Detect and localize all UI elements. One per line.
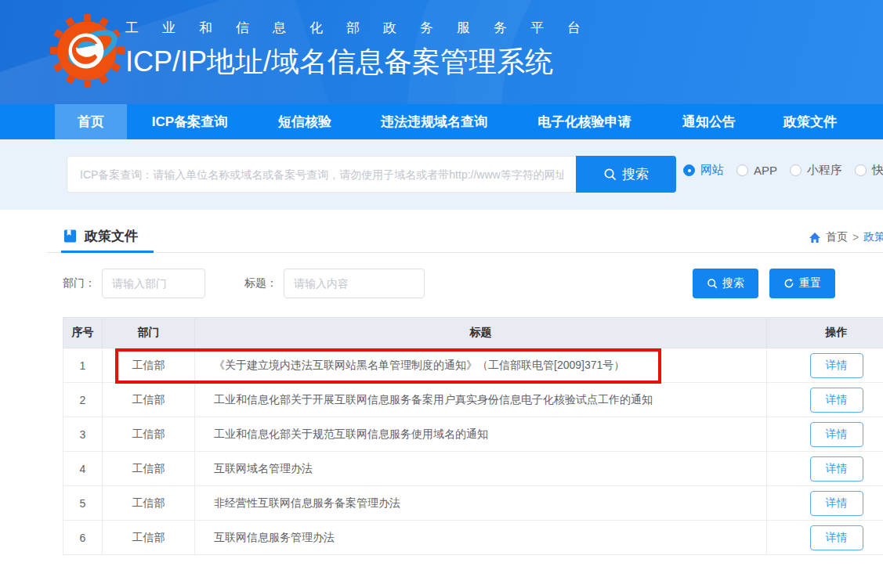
cell-title: 互联网信息服务管理办法 (195, 521, 767, 555)
radio-app[interactable]: APP (736, 164, 777, 177)
table-header-row: 序号 部门 标题 操作 (63, 318, 883, 348)
cell-dept: 工信部 (103, 521, 195, 555)
dept-filter-input[interactable] (102, 269, 205, 298)
cell-no: 6 (63, 521, 103, 555)
radio-selected-icon (683, 164, 695, 176)
section-title: 政策文件 (85, 227, 138, 245)
cell-no: 3 (63, 417, 103, 452)
filter-buttons: 搜索 重置 (693, 269, 835, 298)
radio-icon (736, 164, 748, 176)
filter-reset-button[interactable]: 重置 (769, 269, 835, 298)
cell-dept: 工信部 (103, 417, 195, 452)
home-icon (809, 232, 821, 243)
detail-button[interactable]: 详情 (810, 422, 863, 447)
nav-item-policy-files[interactable]: 政策文件 (760, 104, 860, 139)
refresh-icon (783, 278, 794, 289)
header-titles: 工业和信息化部政务服务平台 ICP/IP地址/域名信息备案管理系统 (125, 19, 604, 81)
breadcrumb-separator: > (852, 231, 859, 243)
nav-item-e-verify-apply[interactable]: 电子化核验申请 (511, 104, 658, 139)
platform-title: 工业和信息化部政务服务平台 (125, 19, 604, 37)
section-head: 政策文件 首页 > 政策文件 (47, 221, 883, 253)
title-filter-label: 标题： (244, 276, 277, 290)
content-area: 政策文件 首页 > 政策文件 部门： 标题： (47, 210, 883, 555)
icp-search-group: 搜索 (67, 156, 676, 193)
table-row: 5 工信部 非经营性互联网信息服务备案管理办法 详情 (63, 486, 883, 521)
cell-dept: 工信部 (103, 486, 195, 521)
tab-policy-files[interactable]: 政策文件 (61, 221, 154, 253)
col-header-op: 操作 (767, 318, 883, 348)
cell-title: 互联网域名管理办法 (195, 452, 767, 486)
cell-title: 非经营性互联网信息服务备案管理办法 (195, 486, 767, 521)
cell-op: 详情 (767, 452, 883, 486)
search-type-radios: 网站 APP 小程序 快应用 (683, 163, 883, 178)
search-icon (707, 278, 718, 289)
icp-search-button[interactable]: 搜索 (576, 156, 676, 193)
radio-quickapp[interactable]: 快应用 (855, 163, 883, 178)
miit-icp-logo-icon (47, 13, 127, 92)
table-row: 4 工信部 互联网域名管理办法 详情 (63, 452, 883, 486)
nav-item-sms-verify[interactable]: 短信核验 (252, 104, 357, 139)
policy-table: 序号 部门 标题 操作 1 工信部 《关于建立境内违法互联网站黑名单管理制度的通… (63, 317, 883, 555)
breadcrumb-home[interactable]: 首页 (826, 230, 848, 244)
dept-filter-label: 部门： (63, 276, 96, 290)
cell-no: 2 (63, 383, 103, 417)
cell-dept: 工信部 (103, 383, 195, 417)
nav-item-notices[interactable]: 通知公告 (658, 104, 760, 139)
cell-title: 《关于建立境内违法互联网站黑名单管理制度的通知》（工信部联电管[2009]371… (195, 348, 767, 383)
cell-no: 4 (63, 452, 103, 486)
col-header-title: 标题 (195, 318, 767, 348)
table-row: 1 工信部 《关于建立境内违法互联网站黑名单管理制度的通知》（工信部联电管[20… (63, 348, 883, 383)
nav-item-home[interactable]: 首页 (55, 104, 127, 139)
detail-button[interactable]: 详情 (810, 353, 863, 378)
detail-button[interactable]: 详情 (810, 388, 863, 413)
radio-icon (855, 164, 867, 176)
cell-no: 1 (63, 348, 103, 383)
filter-search-button[interactable]: 搜索 (693, 269, 758, 298)
cell-no: 5 (63, 486, 103, 521)
cell-op: 详情 (767, 521, 883, 555)
nav-item-illegal-domain[interactable]: 违法违规域名查询 (357, 104, 511, 139)
icp-search-button-label: 搜索 (622, 165, 649, 183)
main-nav: 首页 ICP备案查询 短信核验 违法违规域名查询 电子化核验申请 通知公告 政策… (0, 104, 883, 139)
col-header-no: 序号 (63, 318, 103, 348)
breadcrumb: 首页 > 政策文件 (809, 230, 883, 244)
radio-website[interactable]: 网站 (683, 163, 724, 178)
nav-item-icp-query[interactable]: ICP备案查询 (127, 104, 252, 139)
search-icon (603, 168, 617, 181)
detail-button[interactable]: 详情 (810, 491, 863, 516)
radio-miniprogram[interactable]: 小程序 (790, 163, 842, 178)
cell-op: 详情 (767, 417, 883, 452)
title-filter-input[interactable] (284, 269, 425, 298)
page: 工业和信息化部政务服务平台 ICP/IP地址/域名信息备案管理系统 首页 ICP… (0, 0, 883, 588)
cell-op: 详情 (767, 486, 883, 521)
book-icon (63, 229, 78, 243)
table-row: 3 工信部 工业和信息化部关于规范互联网信息服务使用域名的通知 详情 (63, 417, 883, 452)
detail-button[interactable]: 详情 (810, 456, 863, 482)
breadcrumb-current[interactable]: 政策文件 (863, 230, 883, 244)
system-title: ICP/IP地址/域名信息备案管理系统 (125, 43, 604, 81)
table-row: 6 工信部 互联网信息服务管理办法 详情 (63, 521, 883, 555)
cell-dept: 工信部 (103, 452, 195, 486)
cell-op: 详情 (767, 383, 883, 417)
radio-icon (790, 164, 802, 176)
detail-button[interactable]: 详情 (810, 525, 863, 550)
icp-search-input[interactable] (67, 156, 576, 193)
cell-dept: 工信部 (103, 348, 195, 383)
table-row: 2 工信部 工业和信息化部关于开展互联网信息服务备案用户真实身份信息电子化核验试… (63, 383, 883, 417)
cell-title: 工业和信息化部关于规范互联网信息服务使用域名的通知 (195, 417, 767, 452)
cell-op: 详情 (767, 348, 883, 383)
col-header-dept: 部门 (103, 318, 195, 348)
cell-title: 工业和信息化部关于开展互联网信息服务备案用户真实身份信息电子化核验试点工作的通知 (195, 383, 767, 417)
icp-search-section: 搜索 网站 APP 小程序 快应用 (0, 139, 883, 210)
filter-bar: 部门： 标题： 搜索 重置 (63, 269, 883, 298)
site-header: 工业和信息化部政务服务平台 ICP/IP地址/域名信息备案管理系统 (0, 0, 883, 104)
